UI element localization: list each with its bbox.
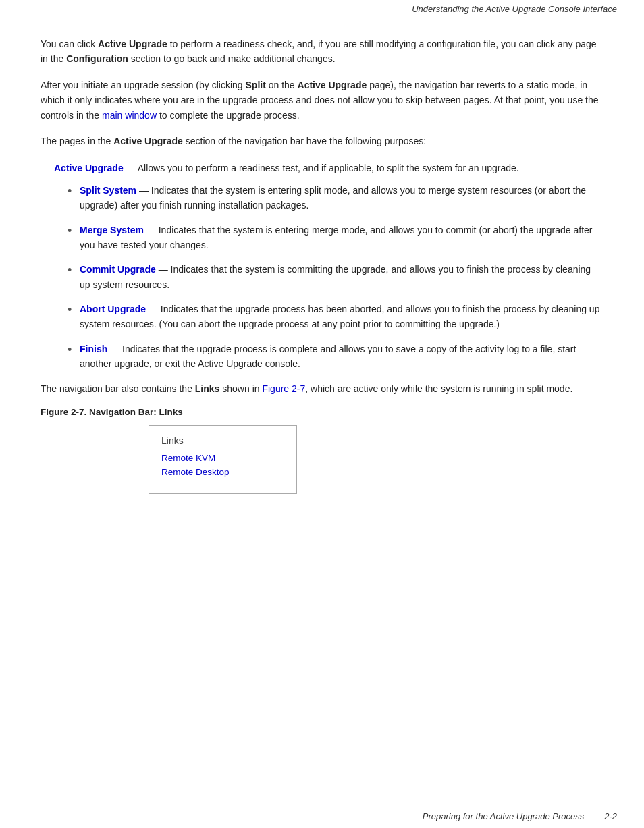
- bullet-item-link[interactable]: Merge System: [80, 225, 144, 236]
- paragraph-4: The navigation bar also contains the Lin…: [41, 381, 603, 396]
- footer-right-num: 2-2: [604, 811, 617, 821]
- figure-caption: Figure 2-7. Navigation Bar: Links: [41, 407, 603, 417]
- bullet-dot: •: [68, 341, 80, 358]
- list-item: •Abort Upgrade — Indicates that the upgr…: [68, 302, 603, 332]
- active-upgrade-desc: — Allows you to perform a readiness test…: [124, 163, 519, 173]
- remote-kvm-link[interactable]: Remote KVM: [161, 453, 256, 463]
- bullet-text: Commit Upgrade — Indicates that the syst…: [80, 262, 603, 292]
- para2-text4: to complete the upgrade process.: [157, 110, 300, 121]
- para4-text3: , which are active only while the system…: [305, 383, 572, 394]
- bullet-item-link[interactable]: Split System: [80, 185, 136, 196]
- main-window-link[interactable]: main window: [102, 110, 157, 121]
- bullet-text: Split System — Indicates that the system…: [80, 183, 603, 213]
- bullet-item-link[interactable]: Abort Upgrade: [80, 304, 146, 314]
- bullet-item-desc: — Indicates that the system is entering …: [80, 185, 586, 211]
- list-item: •Finish — Indicates that the upgrade pro…: [68, 341, 603, 372]
- para2-bold2: Active Upgrade: [298, 80, 367, 90]
- bullet-dot: •: [68, 262, 80, 279]
- para1-text1: You can click: [41, 38, 98, 49]
- bullet-dot: •: [68, 223, 80, 240]
- bullet-dot: •: [68, 183, 80, 200]
- footer-right: Preparing for the Active Upgrade Process…: [423, 811, 617, 821]
- bullet-item-desc: — Indicates that the upgrade process is …: [80, 343, 576, 369]
- bullet-item-desc: — Indicates that the system is committin…: [80, 264, 591, 289]
- figure-box: Links Remote KVM Remote Desktop: [149, 425, 297, 494]
- para1-bold1: Active Upgrade: [98, 38, 167, 49]
- header-title: Understanding the Active Upgrade Console…: [412, 4, 617, 14]
- para4-text2: shown in: [219, 383, 262, 394]
- para3-bold: Active Upgrade: [113, 136, 183, 146]
- bullet-text: Finish — Indicates that the upgrade proc…: [80, 341, 603, 372]
- page-footer: Preparing for the Active Upgrade Process…: [0, 804, 644, 828]
- para3-text1: The pages in the: [41, 136, 113, 146]
- main-content: You can click Active Upgrade to perform …: [0, 20, 644, 804]
- page-wrapper: Understanding the Active Upgrade Console…: [0, 0, 644, 828]
- para2-bold1: Split: [246, 80, 266, 90]
- list-item: •Split System — Indicates that the syste…: [68, 183, 603, 213]
- active-upgrade-link[interactable]: Active Upgrade: [54, 163, 124, 173]
- para3-text2: section of the navigation bar have the f…: [183, 136, 426, 146]
- bullet-item-desc: — Indicates that the system is entering …: [80, 225, 592, 250]
- remote-desktop-link[interactable]: Remote Desktop: [161, 467, 256, 477]
- bullet-text: Merge System — Indicates that the system…: [80, 223, 603, 253]
- bullet-item-link[interactable]: Finish: [80, 343, 107, 354]
- para4-text1: The navigation bar also contains the: [41, 383, 195, 394]
- para1-text3: section to go back and make additional c…: [128, 53, 336, 64]
- figure-links-title: Links: [161, 435, 256, 446]
- para2-text2: on the: [266, 80, 298, 90]
- active-upgrade-item: Active Upgrade — Allows you to perform a…: [54, 161, 603, 175]
- page-header: Understanding the Active Upgrade Console…: [0, 0, 644, 20]
- paragraph-3: The pages in the Active Upgrade section …: [41, 134, 603, 148]
- bullet-text: Abort Upgrade — Indicates that the upgra…: [80, 302, 603, 332]
- footer-left: Preparing for the Active Upgrade Process: [423, 811, 584, 821]
- paragraph-2: After you initiate an upgrade session (b…: [41, 78, 603, 123]
- bullet-item-desc: — Indicates that the upgrade process has…: [80, 304, 599, 329]
- bullet-item-link[interactable]: Commit Upgrade: [80, 264, 156, 275]
- list-item: •Commit Upgrade — Indicates that the sys…: [68, 262, 603, 292]
- paragraph-1: You can click Active Upgrade to perform …: [41, 36, 603, 67]
- list-item: •Merge System — Indicates that the syste…: [68, 223, 603, 253]
- para4-bold: Links: [195, 383, 220, 394]
- bullet-dot: •: [68, 302, 80, 319]
- para1-bold2: Configuration: [66, 53, 128, 64]
- bullet-list: •Split System — Indicates that the syste…: [68, 183, 603, 372]
- figure-2-7-link[interactable]: Figure 2-7: [262, 383, 305, 394]
- para2-text1: After you initiate an upgrade session (b…: [41, 80, 246, 90]
